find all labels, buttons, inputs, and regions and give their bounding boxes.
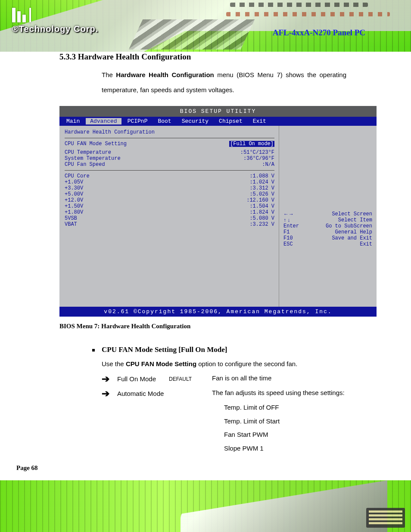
sub-item: Slope PWM 1 (224, 442, 394, 455)
bios-row-systemp: System Temperature:36°C/96°F (65, 156, 274, 162)
bios-row-cpucore: CPU Core:1.088 V (65, 173, 274, 179)
option-key: Full On Mode (117, 374, 169, 383)
option-desc: The fan adjusts its speed using these se… (212, 389, 394, 455)
legend-desc: Exit (356, 241, 372, 247)
bios-tab-row: Main Advanced PCIPnP Boot Security Chips… (59, 117, 377, 126)
bios-left-pane: Hardware Health Configuration CPU FAN Mo… (59, 126, 279, 307)
bios-row-5vsb: 5VSB:5.080 V (65, 215, 274, 221)
bios-row-330v: +3.30V:3.312 V (65, 185, 274, 191)
page-number: Page 68 (16, 464, 38, 472)
arrow-right-icon: ➔ (102, 374, 117, 384)
bios-subheading: Hardware Health Configuration (65, 129, 274, 135)
option-default-badge: DEFAULT (169, 374, 212, 382)
bios-screenshot: BIOS SETUP UTILITY Main Advanced PCIPnP … (59, 106, 377, 317)
bios-row-180v: +1.80V:1.824 V (65, 209, 274, 215)
legend-desc: Select Screen (328, 211, 372, 217)
option-table: ➔ Full On Mode DEFAULT Fan is on all the… (102, 374, 394, 455)
bios-row-cputemp: CPU Temperature:51°C/123°F (65, 149, 274, 156)
bios-legend: ←→Select Screen ↑ ↓Select Item EnterGo t… (283, 211, 372, 247)
bios-row-105v: +1.05V:1.024 V (65, 179, 274, 185)
bios-row-500v: +5.00V:5.026 V (65, 191, 274, 197)
logo-mark (12, 8, 98, 22)
arrow-right-icon: ➔ (102, 389, 117, 398)
sub-item: Temp. Limit of Start (224, 414, 394, 428)
sub-item: Fan Start PWM (224, 428, 394, 442)
bios-row-120v: +12.0V:12.160 V (65, 197, 274, 203)
option-description: Use the CPU FAN Mode Setting option to c… (102, 360, 346, 367)
legend-desc: General Help (332, 229, 372, 235)
bios-row-fanmode: CPU FAN Mode Setting [Full On mode] (65, 141, 274, 147)
legend-desc: Go to SubScreen (322, 223, 372, 229)
section-intro: The Hardware Health Configuration menu (… (102, 68, 346, 97)
figure-caption: BIOS Menu 7: Hardware Health Configurati… (59, 323, 394, 330)
document-title: AFL-4xxA-N270 Panel PC (17, 28, 394, 37)
bios-tab-chipset: Chipset (215, 118, 247, 124)
legend-key: ←→ (283, 211, 294, 217)
legend-key: F1 (283, 229, 290, 235)
bios-row-fanspeed: CPU Fan Speed:N/A (65, 162, 274, 168)
option-desc: Fan is on all the time (212, 374, 394, 382)
intro-prefix: The (102, 71, 116, 78)
option-key: Automatic Mode (117, 389, 169, 397)
legend-key: ESC (283, 241, 293, 247)
bios-tab-main: Main (62, 118, 84, 124)
bios-row-key: CPU FAN Mode Setting (65, 141, 127, 147)
bios-tab-pcipnp: PCIPnP (123, 118, 152, 124)
legend-key: ↑ ↓ (283, 217, 290, 223)
sub-item: Temp. Limit of OFF (224, 401, 394, 414)
bios-row-vbat: VBAT:3.232 V (65, 221, 274, 227)
footer-decoration (0, 480, 411, 532)
option-default-badge (169, 389, 212, 391)
option-sublist: Temp. Limit of OFF Temp. Limit of Start … (224, 401, 394, 455)
legend-key: F10 (283, 235, 293, 241)
legend-key: Enter (283, 223, 299, 229)
bios-tab-exit: Exit (249, 118, 271, 124)
bios-right-pane: ←→Select Screen ↑ ↓Select Item EnterGo t… (279, 126, 377, 307)
bios-tab-boot: Boot (153, 118, 175, 124)
bios-row-val: [Full On mode] (229, 141, 274, 147)
legend-desc: Save and Exit (328, 235, 372, 241)
bios-tab-security: Security (177, 118, 213, 124)
section-heading: 5.3.3 Hardware Health Configuration (59, 52, 394, 62)
bios-row-150v: +1.50V:1.504 V (65, 203, 274, 209)
option-item-automatic: ➔ Automatic Mode The fan adjusts its spe… (102, 389, 394, 455)
legend-desc: Select Item (335, 217, 372, 223)
bios-footer-bar: v02.61 ©Copyright 1985-2006, American Me… (59, 307, 377, 317)
bios-title-bar: BIOS SETUP UTILITY (59, 106, 377, 117)
intro-bold: Hardware Health Configuration (116, 71, 214, 78)
option-item-full-on: ➔ Full On Mode DEFAULT Fan is on all the… (102, 374, 394, 384)
option-heading: CPU FAN Mode Setting [Full On Mode] (102, 345, 394, 354)
bios-tab-advanced: Advanced (86, 118, 121, 124)
